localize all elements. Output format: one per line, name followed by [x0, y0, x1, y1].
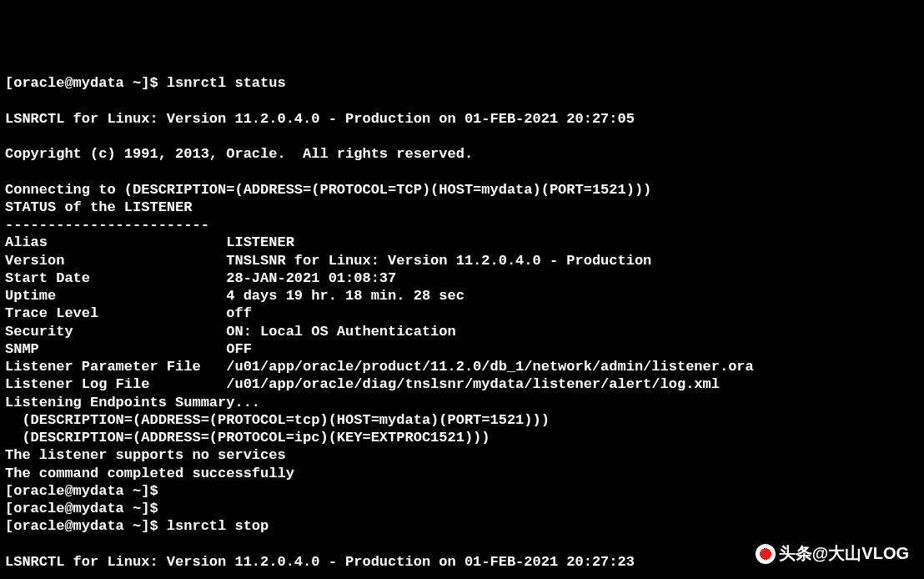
terminal-line: Security ON: Local OS Authentication: [5, 323, 919, 340]
terminal-line: The listener supports no services: [5, 446, 919, 464]
terminal-line: Uptime 4 days 19 hr. 18 min. 28 sec: [5, 287, 919, 305]
terminal-line: [5, 92, 919, 109]
terminal-line: Copyright (c) 1991, 2013, Oracle. All ri…: [5, 145, 919, 163]
terminal-line: [oracle@mydata ~]$: [5, 500, 919, 517]
terminal-line: Trace Level off: [5, 305, 919, 322]
terminal-line: SNMP OFF: [5, 340, 919, 358]
terminal-line: (DESCRIPTION=(ADDRESS=(PROTOCOL=ipc)(KEY…: [5, 429, 919, 446]
terminal-line: Alias LISTENER: [5, 234, 919, 251]
terminal-line: [5, 128, 919, 145]
terminal-line: The command completed successfully: [5, 465, 919, 482]
terminal-line: Version TNSLSNR for Linux: Version 11.2.…: [5, 252, 919, 269]
terminal-line: Listening Endpoints Summary...: [5, 394, 919, 411]
terminal-line: LSNRCTL for Linux: Version 11.2.0.4.0 - …: [5, 110, 919, 128]
watermark: 头条@大山VLOG: [756, 543, 909, 564]
terminal-line: [oracle@mydata ~]$ lsnrctl stop: [5, 517, 919, 535]
toutiao-icon: [756, 544, 776, 564]
terminal-line: Start Date 28-JAN-2021 01:08:37: [5, 269, 919, 287]
watermark-text: 头条@大山VLOG: [779, 543, 909, 564]
terminal-line: Connecting to (DESCRIPTION=(ADDRESS=(PRO…: [5, 181, 919, 199]
terminal-line: ------------------------: [5, 216, 919, 234]
terminal-line: Listener Log File /u01/app/oracle/diag/t…: [5, 375, 919, 393]
terminal-line: STATUS of the LISTENER: [5, 199, 919, 216]
terminal-line: Listener Parameter File /u01/app/oracle/…: [5, 358, 919, 375]
terminal-output[interactable]: [oracle@mydata ~]$ lsnrctl status LSNRCT…: [5, 74, 919, 579]
terminal-line: [oracle@mydata ~]$ lsnrctl status: [5, 74, 919, 92]
terminal-line: [oracle@mydata ~]$: [5, 482, 919, 500]
terminal-line: (DESCRIPTION=(ADDRESS=(PROTOCOL=tcp)(HOS…: [5, 411, 919, 429]
terminal-line: [5, 571, 919, 579]
terminal-line: [5, 163, 919, 180]
